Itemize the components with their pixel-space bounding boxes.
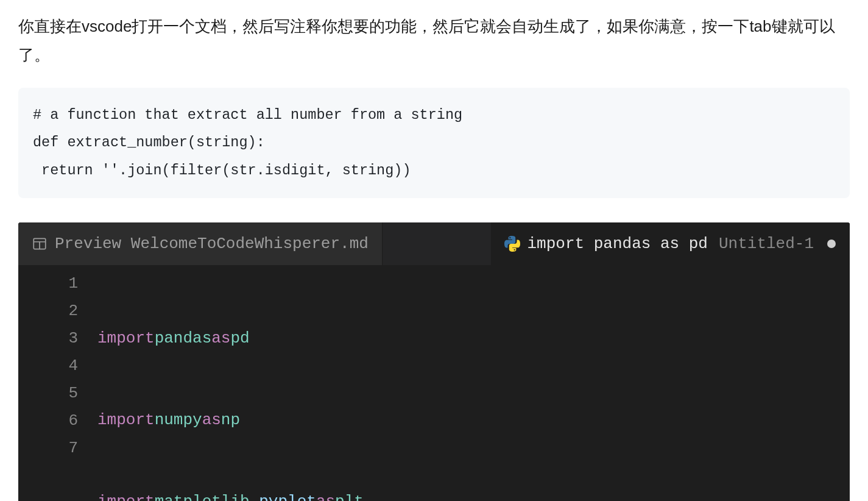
- code-line: import matplotlib.pyplot as plt: [97, 488, 587, 501]
- line-number: 6: [18, 407, 78, 435]
- punct: .: [250, 488, 259, 501]
- tab-secondary: Untitled-1: [719, 235, 814, 253]
- line-number: 3: [18, 325, 78, 352]
- description-text: 你直接在vscode打开一个文档，然后写注释你想要的功能，然后它就会自动生成了，…: [18, 17, 835, 64]
- keyword: as: [211, 325, 230, 352]
- code-line: import pandas as pd: [97, 324, 587, 352]
- alias: np: [221, 407, 240, 434]
- code-area[interactable]: import pandas as pd import numpy as np i…: [97, 270, 587, 501]
- vscode-editor: Preview WelcomeToCodeWhisperer.md import…: [18, 222, 850, 501]
- module: numpy: [155, 407, 202, 434]
- line-number: 7: [18, 435, 78, 462]
- python-icon: [504, 236, 520, 252]
- alias: plt: [335, 488, 364, 501]
- keyword: as: [316, 488, 335, 501]
- tab-label: Preview WelcomeToCodeWhisperer.md: [55, 235, 369, 253]
- code-line: return ''.join(filter(str.isdigit, strin…: [33, 162, 411, 179]
- keyword: as: [202, 407, 221, 434]
- line-number-gutter: 1 2 3 4 5 6 7: [18, 270, 97, 501]
- keyword: import: [97, 407, 155, 434]
- tab-untitled-python[interactable]: import pandas as pd Untitled-1: [491, 222, 850, 265]
- code-line: # a function that extract all number fro…: [33, 107, 462, 123]
- editor-body[interactable]: 1 2 3 4 5 6 7 import pandas as pd import…: [18, 265, 850, 501]
- tab-bar-spacer: [383, 222, 491, 265]
- line-number: 2: [18, 297, 78, 325]
- preview-icon: [32, 236, 48, 252]
- module: matplotlib: [155, 488, 250, 501]
- code-line: import numpy as np: [97, 407, 587, 434]
- editor-tab-bar: Preview WelcomeToCodeWhisperer.md import…: [18, 222, 850, 265]
- line-number: 5: [18, 380, 78, 407]
- keyword: import: [97, 488, 155, 501]
- code-block-example: # a function that extract all number fro…: [18, 88, 850, 198]
- keyword: import: [97, 325, 155, 352]
- alias: pd: [230, 325, 249, 352]
- code-line: def extract_number(string):: [33, 134, 265, 151]
- unsaved-indicator-icon: [827, 240, 836, 248]
- tab-title: import pandas as pd: [528, 235, 708, 253]
- submodule: pyplot: [259, 488, 316, 501]
- line-number: 4: [18, 352, 78, 380]
- module: pandas: [155, 325, 212, 352]
- article-description: 你直接在vscode打开一个文档，然后写注释你想要的功能，然后它就会自动生成了，…: [18, 12, 850, 69]
- line-number: 1: [18, 270, 78, 297]
- tab-preview-welcome[interactable]: Preview WelcomeToCodeWhisperer.md: [18, 222, 383, 265]
